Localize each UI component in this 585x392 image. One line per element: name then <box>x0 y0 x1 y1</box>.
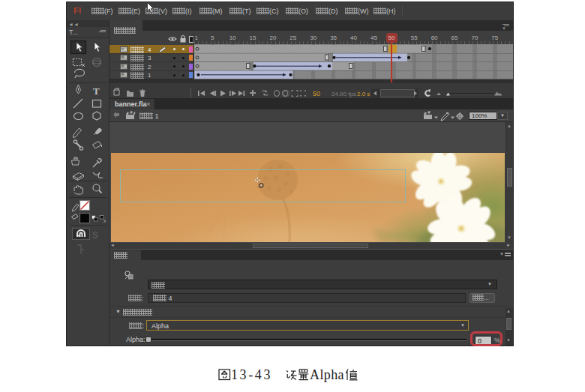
svg-text:50: 50 <box>313 90 320 97</box>
svg-text:T: T <box>93 85 100 97</box>
svg-text:24.00 fps: 24.00 fps <box>332 91 356 97</box>
svg-text:2.0 s: 2.0 s <box>357 91 370 97</box>
svg-text:S: S <box>92 230 98 241</box>
